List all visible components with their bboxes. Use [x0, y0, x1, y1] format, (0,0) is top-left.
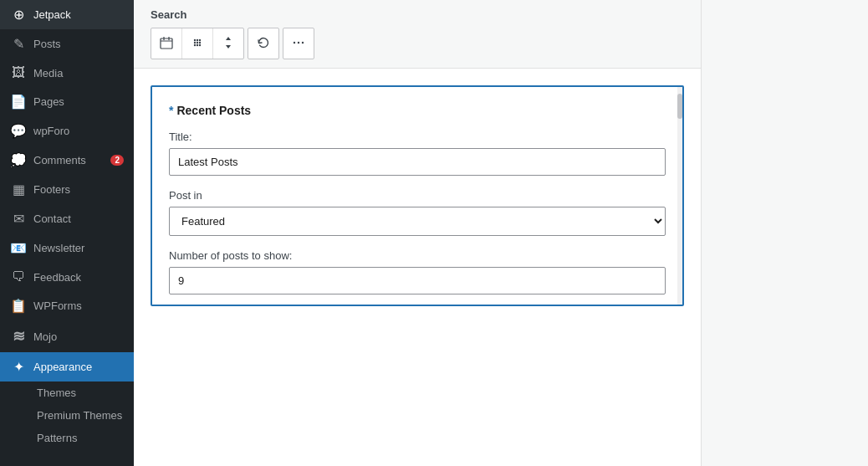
toolbar-arrows-button[interactable]: [213, 28, 243, 59]
wpforms-icon: 📋: [10, 298, 27, 314]
block-title: *Recent Posts: [169, 104, 666, 117]
posts-icon: ✎: [10, 36, 27, 52]
svg-point-7: [194, 41, 196, 43]
sidebar-item-label: Appearance: [33, 361, 124, 373]
title-field-label: Title:: [169, 131, 666, 143]
main-content: Search: [134, 0, 701, 466]
svg-point-15: [294, 41, 295, 43]
post-in-field-group: Post in Featured All Category: [169, 189, 666, 236]
toolbar-refresh-button[interactable]: [248, 28, 278, 59]
title-text: Recent Posts: [176, 104, 251, 117]
toolbar-group-main: [151, 28, 244, 59]
svg-point-17: [302, 41, 304, 43]
recent-posts-block: *Recent Posts Title: Post in Featured Al…: [151, 85, 684, 306]
footers-icon: ▦: [10, 182, 27, 197]
scrollbar-track[interactable]: [677, 87, 682, 305]
mojo-icon: ≋: [10, 327, 27, 346]
right-panel: [701, 0, 868, 466]
sidebar-item-feedback[interactable]: 🗨 Feedback: [0, 263, 134, 291]
num-posts-field-label: Number of posts to show:: [169, 249, 666, 262]
block-toolbar: [151, 28, 684, 59]
svg-marker-13: [226, 37, 231, 40]
patterns-label: Patterns: [37, 432, 77, 444]
svg-point-4: [194, 38, 196, 40]
jetpack-icon: ⊕: [10, 7, 27, 23]
sidebar: ⊕ Jetpack ✎ Posts 🖼 Media 📄 Pages 💬 wpFo…: [0, 0, 134, 466]
sidebar-item-label: Jetpack: [33, 8, 124, 21]
sidebar-item-label: Posts: [33, 38, 124, 50]
title-field-group: Title:: [169, 131, 666, 176]
sidebar-item-label: Footers: [33, 183, 124, 196]
search-block-label: Search: [151, 8, 684, 21]
sidebar-item-posts[interactable]: ✎ Posts: [0, 29, 134, 59]
themes-label: Themes: [37, 387, 76, 399]
sidebar-item-mojo[interactable]: ≋ Mojo: [0, 320, 134, 352]
svg-point-12: [199, 44, 201, 45]
pages-icon: 📄: [10, 94, 27, 110]
search-block-area: Search: [134, 0, 701, 69]
content-wrapper: Search: [134, 0, 701, 466]
svg-point-5: [197, 38, 198, 40]
svg-point-9: [199, 41, 201, 43]
comments-icon: 💭: [10, 152, 27, 168]
post-in-field-label: Post in: [169, 189, 666, 202]
svg-point-16: [298, 41, 299, 43]
sidebar-item-appearance[interactable]: ✦ Appearance: [0, 352, 134, 382]
post-in-select[interactable]: Featured All Category: [169, 207, 666, 236]
sidebar-item-wpforo[interactable]: 💬 wpForo: [0, 116, 134, 146]
title-asterisk: *: [169, 104, 173, 117]
comments-badge: 2: [110, 155, 124, 166]
wpforo-icon: 💬: [10, 123, 27, 139]
title-field-input[interactable]: [169, 148, 666, 176]
premium-themes-label: Premium Themes: [37, 409, 122, 422]
sidebar-sub-item-premium-themes[interactable]: Premium Themes: [0, 404, 134, 427]
sidebar-item-wpforms[interactable]: 📋 WPForms: [0, 291, 134, 320]
refresh-icon: [257, 36, 270, 52]
feedback-icon: 🗨: [10, 269, 27, 284]
calendar-icon: [160, 36, 173, 52]
sidebar-sub-item-patterns[interactable]: Patterns: [0, 427, 134, 449]
sidebar-item-pages[interactable]: 📄 Pages: [0, 87, 134, 116]
sidebar-item-label: Comments: [33, 154, 104, 166]
svg-point-10: [194, 44, 196, 45]
sidebar-item-label: Media: [33, 67, 124, 79]
svg-marker-14: [226, 45, 231, 49]
sidebar-item-jetpack[interactable]: ⊕ Jetpack: [0, 0, 134, 29]
sidebar-item-label: Pages: [33, 95, 124, 108]
sidebar-item-label: Contact: [33, 213, 124, 225]
svg-point-8: [197, 41, 198, 43]
toolbar-group-secondary: [248, 28, 279, 59]
toolbar-group-more: [283, 28, 314, 59]
sidebar-item-media[interactable]: 🖼 Media: [0, 59, 134, 87]
block-panel-inner: *Recent Posts Title: Post in Featured Al…: [152, 87, 682, 305]
svg-rect-0: [161, 38, 172, 49]
sidebar-item-label: Newsletter: [33, 242, 124, 254]
arrows-icon: [222, 36, 235, 52]
toolbar-more-button[interactable]: [283, 28, 314, 59]
sidebar-item-label: wpForo: [33, 125, 124, 137]
num-posts-field-group: Number of posts to show:: [169, 249, 666, 294]
grid-icon: [191, 36, 204, 52]
sidebar-item-comments[interactable]: 💭 Comments 2: [0, 146, 134, 175]
more-icon: [292, 36, 305, 52]
sidebar-item-label: Mojo: [33, 330, 124, 343]
num-posts-field-input[interactable]: [169, 267, 666, 294]
sidebar-item-label: WPForms: [33, 300, 124, 312]
sidebar-item-contact[interactable]: ✉ Contact: [0, 204, 134, 233]
sidebar-item-footers[interactable]: ▦ Footers: [0, 175, 134, 204]
sidebar-item-newsletter[interactable]: 📧 Newsletter: [0, 233, 134, 263]
toolbar-calendar-button[interactable]: [151, 28, 182, 59]
svg-point-6: [199, 38, 201, 40]
svg-point-11: [197, 44, 198, 45]
sidebar-item-label: Feedback: [33, 271, 124, 284]
appearance-icon: ✦: [10, 359, 27, 375]
sidebar-sub-item-themes[interactable]: Themes: [0, 382, 134, 404]
scrollbar-thumb: [677, 94, 682, 119]
media-icon: 🖼: [10, 65, 27, 80]
newsletter-icon: 📧: [10, 240, 27, 256]
toolbar-grid-button[interactable]: [182, 28, 213, 59]
contact-icon: ✉: [10, 211, 27, 227]
